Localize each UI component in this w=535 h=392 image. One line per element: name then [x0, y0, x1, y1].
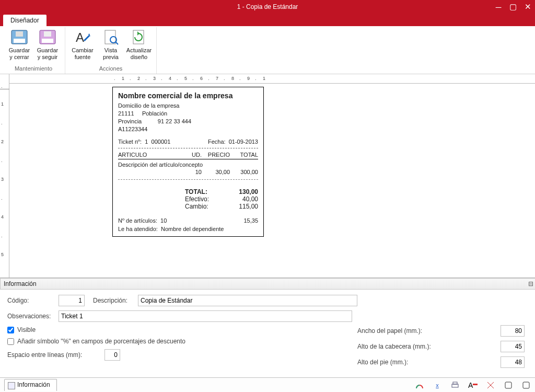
change-font-button[interactable]: A Cambiarfuente: [68, 27, 97, 64]
shape2-icon[interactable]: [521, 381, 531, 389]
horizontal-ruler: . 1 . 2 . 3 . 4 . 5 . 6 . 7 . 8 .: [9, 74, 535, 84]
save-continue-icon: [39, 28, 56, 46]
code-label: Código:: [7, 297, 55, 304]
info-panel-title: Información: [4, 280, 37, 287]
linespace-input[interactable]: [104, 349, 120, 361]
svg-rect-1: [14, 39, 25, 43]
shape-icon[interactable]: [504, 381, 513, 389]
design-canvas[interactable]: Nombre comercial de la empresa Domicilio…: [9, 84, 535, 278]
refresh-design-button[interactable]: Actualizardiseño: [125, 27, 153, 64]
refresh-icon: [130, 28, 148, 46]
description-input[interactable]: [138, 295, 357, 306]
print-icon[interactable]: [450, 381, 460, 389]
company-name: Nombre comercial de la empresa: [118, 91, 258, 100]
svg-line-9: [115, 42, 118, 44]
percent-checkbox-label[interactable]: Añadir símbolo "%" en campos de porcenta…: [7, 338, 185, 345]
svg-rect-2: [16, 31, 23, 37]
observations-input[interactable]: [59, 310, 352, 322]
linespace-label: Espacio entre líneas (mm):: [7, 351, 101, 359]
table-row: 10 30,00 300,00: [118, 169, 258, 175]
percent-checkbox[interactable]: [7, 338, 14, 345]
preview-icon: [102, 28, 120, 46]
ribbon-tabstrip: Diseñador: [0, 14, 535, 26]
cut-icon[interactable]: [486, 381, 495, 389]
svg-rect-15: [505, 382, 511, 388]
preview-button[interactable]: Vistaprevia: [97, 27, 125, 64]
header-height-label: Alto de la cabecera (mm.):: [357, 343, 497, 350]
save-continue-button[interactable]: Guardary seguir: [33, 27, 62, 64]
table-header: ARTICULO UD. PRECIO TOTAL: [118, 152, 258, 159]
ribbon-group-maintenance: Mantenimiento: [5, 64, 62, 74]
maximize-button[interactable]: ▢: [506, 0, 520, 14]
visible-checkbox-label[interactable]: Visible: [7, 326, 36, 333]
pin-icon[interactable]: ⊟: [528, 280, 533, 287]
paper-width-input[interactable]: [501, 325, 525, 337]
save-close-icon: [10, 28, 28, 46]
minimize-button[interactable]: ─: [491, 0, 506, 14]
change-font-icon: A: [74, 28, 91, 46]
svg-text:A: A: [76, 30, 84, 44]
svg-rect-12: [453, 382, 457, 384]
text-color-icon[interactable]: A: [468, 381, 478, 389]
underline-icon[interactable]: x: [433, 381, 442, 389]
header-height-input[interactable]: [501, 341, 525, 352]
chart-icon[interactable]: [415, 381, 424, 389]
footer-height-label: Alto del pie (mm.):: [357, 359, 497, 366]
tab-designer[interactable]: Diseñador: [3, 15, 46, 26]
save-close-button[interactable]: Guardary cerrar: [5, 27, 33, 64]
window-title: 1 - Copia de Estándar: [237, 3, 298, 10]
observations-label: Observaciones:: [7, 313, 55, 320]
paper-width-label: Ancho del papel (mm.):: [357, 327, 497, 335]
svg-rect-4: [42, 39, 53, 43]
titlebar: 1 - Copia de Estándar ─ ▢ ✕: [0, 0, 535, 14]
svg-rect-5: [44, 31, 51, 37]
close-button[interactable]: ✕: [520, 0, 535, 14]
company-address: Domicilio de la empresa 21111 Población …: [118, 102, 258, 133]
code-input[interactable]: [59, 295, 85, 306]
visible-checkbox[interactable]: [7, 327, 14, 333]
ticket-preview: Nombre comercial de la empresa Domicilio…: [112, 87, 264, 237]
info-panel: Información ⊟ Código: Descripción: Obser…: [0, 278, 535, 377]
svg-rect-11: [452, 384, 458, 387]
status-bar: Información x A: [0, 377, 535, 392]
line-description: Descripción del artículo/concepto: [118, 162, 258, 168]
bottom-tab-info[interactable]: Información: [4, 379, 57, 391]
description-label: Descripción:: [93, 297, 135, 304]
ribbon-group-actions: Acciones: [68, 64, 153, 74]
svg-rect-16: [523, 382, 529, 388]
ribbon: Guardary cerrar Guardary seguir Mantenim…: [0, 26, 535, 74]
vertical-ruler: . 1 . 2 . 3 . 4 . 5: [0, 74, 9, 278]
footer-height-input[interactable]: [501, 356, 525, 368]
